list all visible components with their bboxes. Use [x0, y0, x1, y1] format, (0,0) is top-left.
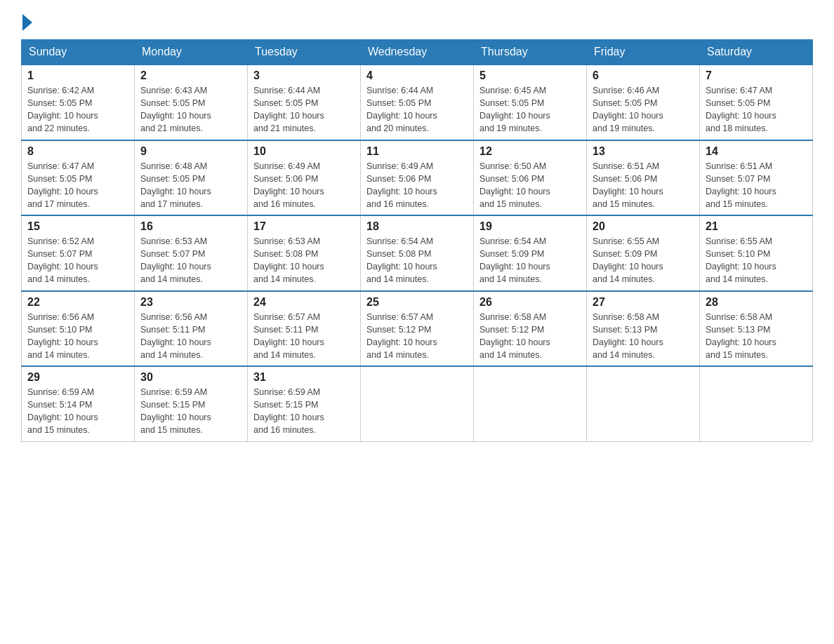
day-info: Sunrise: 6:49 AM Sunset: 5:06 PM Dayligh… — [366, 160, 468, 211]
day-info: Sunrise: 6:53 AM Sunset: 5:08 PM Dayligh… — [253, 235, 355, 286]
header-sunday: Sunday — [22, 40, 135, 65]
page-header — [21, 14, 813, 28]
calendar-header-row: SundayMondayTuesdayWednesdayThursdayFrid… — [22, 40, 813, 65]
day-info: Sunrise: 6:55 AM Sunset: 5:09 PM Dayligh… — [593, 235, 694, 286]
calendar-cell: 24 Sunrise: 6:57 AM Sunset: 5:11 PM Dayl… — [248, 291, 361, 367]
calendar-cell: 11 Sunrise: 6:49 AM Sunset: 5:06 PM Dayl… — [361, 140, 474, 216]
day-info: Sunrise: 6:55 AM Sunset: 5:10 PM Dayligh… — [706, 235, 807, 286]
day-number: 25 — [366, 296, 468, 309]
calendar-cell: 5 Sunrise: 6:45 AM Sunset: 5:05 PM Dayli… — [474, 65, 587, 140]
day-number: 17 — [253, 220, 355, 233]
calendar-cell — [474, 366, 587, 441]
day-number: 3 — [253, 69, 355, 82]
calendar-cell: 23 Sunrise: 6:56 AM Sunset: 5:11 PM Dayl… — [135, 291, 248, 367]
calendar-cell: 1 Sunrise: 6:42 AM Sunset: 5:05 PM Dayli… — [22, 65, 135, 140]
day-number: 26 — [479, 296, 581, 309]
day-number: 20 — [593, 220, 694, 233]
calendar-week-row: 1 Sunrise: 6:42 AM Sunset: 5:05 PM Dayli… — [22, 65, 813, 140]
calendar-week-row: 15 Sunrise: 6:52 AM Sunset: 5:07 PM Dayl… — [22, 215, 813, 291]
day-number: 7 — [706, 69, 807, 82]
day-number: 30 — [140, 371, 241, 384]
day-number: 5 — [479, 69, 581, 82]
header-friday: Friday — [587, 40, 700, 65]
day-number: 31 — [253, 371, 355, 384]
day-info: Sunrise: 6:45 AM Sunset: 5:05 PM Dayligh… — [479, 84, 581, 135]
calendar-cell — [587, 366, 700, 441]
day-info: Sunrise: 6:43 AM Sunset: 5:05 PM Dayligh… — [140, 84, 241, 135]
calendar-cell: 12 Sunrise: 6:50 AM Sunset: 5:06 PM Dayl… — [474, 140, 587, 216]
day-info: Sunrise: 6:57 AM Sunset: 5:12 PM Dayligh… — [366, 311, 468, 362]
calendar-cell: 8 Sunrise: 6:47 AM Sunset: 5:05 PM Dayli… — [22, 140, 135, 216]
logo-text — [21, 14, 34, 31]
day-number: 13 — [593, 145, 694, 158]
calendar-cell: 31 Sunrise: 6:59 AM Sunset: 5:15 PM Dayl… — [248, 366, 361, 441]
day-info: Sunrise: 6:53 AM Sunset: 5:07 PM Dayligh… — [140, 235, 241, 286]
day-info: Sunrise: 6:59 AM Sunset: 5:14 PM Dayligh… — [27, 386, 128, 437]
calendar-cell: 14 Sunrise: 6:51 AM Sunset: 5:07 PM Dayl… — [700, 140, 813, 216]
calendar-cell: 9 Sunrise: 6:48 AM Sunset: 5:05 PM Dayli… — [135, 140, 248, 216]
day-number: 6 — [593, 69, 694, 82]
calendar-cell: 15 Sunrise: 6:52 AM Sunset: 5:07 PM Dayl… — [22, 215, 135, 291]
day-info: Sunrise: 6:54 AM Sunset: 5:08 PM Dayligh… — [366, 235, 468, 286]
day-number: 9 — [140, 145, 241, 158]
day-number: 24 — [253, 296, 355, 309]
calendar-cell — [700, 366, 813, 441]
day-info: Sunrise: 6:48 AM Sunset: 5:05 PM Dayligh… — [140, 160, 241, 211]
day-number: 22 — [27, 296, 128, 309]
header-monday: Monday — [135, 40, 248, 65]
day-info: Sunrise: 6:44 AM Sunset: 5:05 PM Dayligh… — [253, 84, 355, 135]
calendar-cell: 30 Sunrise: 6:59 AM Sunset: 5:15 PM Dayl… — [135, 366, 248, 441]
day-info: Sunrise: 6:51 AM Sunset: 5:07 PM Dayligh… — [706, 160, 807, 211]
day-number: 16 — [140, 220, 241, 233]
day-info: Sunrise: 6:58 AM Sunset: 5:12 PM Dayligh… — [479, 311, 581, 362]
calendar-week-row: 8 Sunrise: 6:47 AM Sunset: 5:05 PM Dayli… — [22, 140, 813, 216]
day-info: Sunrise: 6:42 AM Sunset: 5:05 PM Dayligh… — [27, 84, 128, 135]
calendar-cell — [361, 366, 474, 441]
calendar-cell: 16 Sunrise: 6:53 AM Sunset: 5:07 PM Dayl… — [135, 215, 248, 291]
calendar-cell: 10 Sunrise: 6:49 AM Sunset: 5:06 PM Dayl… — [248, 140, 361, 216]
calendar-cell: 28 Sunrise: 6:58 AM Sunset: 5:13 PM Dayl… — [700, 291, 813, 367]
calendar-cell: 6 Sunrise: 6:46 AM Sunset: 5:05 PM Dayli… — [587, 65, 700, 140]
day-info: Sunrise: 6:59 AM Sunset: 5:15 PM Dayligh… — [253, 386, 355, 437]
day-info: Sunrise: 6:50 AM Sunset: 5:06 PM Dayligh… — [479, 160, 581, 211]
calendar-cell: 29 Sunrise: 6:59 AM Sunset: 5:14 PM Dayl… — [22, 366, 135, 441]
calendar-cell: 17 Sunrise: 6:53 AM Sunset: 5:08 PM Dayl… — [248, 215, 361, 291]
calendar-table: SundayMondayTuesdayWednesdayThursdayFrid… — [21, 39, 813, 442]
day-info: Sunrise: 6:46 AM Sunset: 5:05 PM Dayligh… — [593, 84, 694, 135]
day-info: Sunrise: 6:52 AM Sunset: 5:07 PM Dayligh… — [27, 235, 128, 286]
day-number: 21 — [706, 220, 807, 233]
header-wednesday: Wednesday — [361, 40, 474, 65]
day-info: Sunrise: 6:59 AM Sunset: 5:15 PM Dayligh… — [140, 386, 241, 437]
calendar-cell: 20 Sunrise: 6:55 AM Sunset: 5:09 PM Dayl… — [587, 215, 700, 291]
day-info: Sunrise: 6:51 AM Sunset: 5:06 PM Dayligh… — [593, 160, 694, 211]
day-info: Sunrise: 6:56 AM Sunset: 5:10 PM Dayligh… — [27, 311, 128, 362]
calendar-cell: 4 Sunrise: 6:44 AM Sunset: 5:05 PM Dayli… — [361, 65, 474, 140]
day-info: Sunrise: 6:47 AM Sunset: 5:05 PM Dayligh… — [27, 160, 128, 211]
calendar-cell: 22 Sunrise: 6:56 AM Sunset: 5:10 PM Dayl… — [22, 291, 135, 367]
calendar-cell: 21 Sunrise: 6:55 AM Sunset: 5:10 PM Dayl… — [700, 215, 813, 291]
calendar-cell: 25 Sunrise: 6:57 AM Sunset: 5:12 PM Dayl… — [361, 291, 474, 367]
calendar-cell: 7 Sunrise: 6:47 AM Sunset: 5:05 PM Dayli… — [700, 65, 813, 140]
day-info: Sunrise: 6:47 AM Sunset: 5:05 PM Dayligh… — [706, 84, 807, 135]
day-info: Sunrise: 6:57 AM Sunset: 5:11 PM Dayligh… — [253, 311, 355, 362]
day-number: 11 — [366, 145, 468, 158]
calendar-cell: 3 Sunrise: 6:44 AM Sunset: 5:05 PM Dayli… — [248, 65, 361, 140]
day-info: Sunrise: 6:58 AM Sunset: 5:13 PM Dayligh… — [593, 311, 694, 362]
day-info: Sunrise: 6:54 AM Sunset: 5:09 PM Dayligh… — [479, 235, 581, 286]
day-number: 2 — [140, 69, 241, 82]
calendar-cell: 13 Sunrise: 6:51 AM Sunset: 5:06 PM Dayl… — [587, 140, 700, 216]
day-info: Sunrise: 6:49 AM Sunset: 5:06 PM Dayligh… — [253, 160, 355, 211]
calendar-cell: 18 Sunrise: 6:54 AM Sunset: 5:08 PM Dayl… — [361, 215, 474, 291]
calendar-week-row: 29 Sunrise: 6:59 AM Sunset: 5:14 PM Dayl… — [22, 366, 813, 441]
calendar-week-row: 22 Sunrise: 6:56 AM Sunset: 5:10 PM Dayl… — [22, 291, 813, 367]
day-number: 23 — [140, 296, 241, 309]
day-number: 4 — [366, 69, 468, 82]
day-number: 12 — [479, 145, 581, 158]
calendar-cell: 26 Sunrise: 6:58 AM Sunset: 5:12 PM Dayl… — [474, 291, 587, 367]
day-number: 27 — [593, 296, 694, 309]
day-number: 28 — [706, 296, 807, 309]
day-number: 18 — [366, 220, 468, 233]
logo — [21, 14, 34, 28]
day-number: 8 — [27, 145, 128, 158]
header-saturday: Saturday — [700, 40, 813, 65]
